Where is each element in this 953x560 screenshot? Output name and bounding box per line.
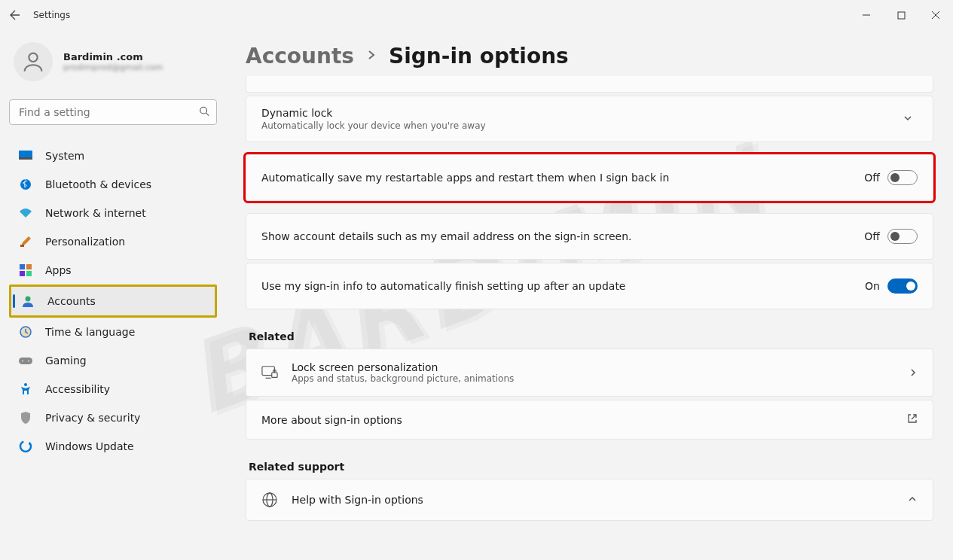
related-title: More about sign-in options bbox=[261, 414, 893, 426]
restartable-apps-setting: Automatically save my restartable apps a… bbox=[246, 154, 933, 201]
support-title: Help with Sign-in options bbox=[292, 494, 893, 506]
sidebar-item-label: System bbox=[45, 150, 84, 162]
svg-rect-11 bbox=[20, 264, 25, 269]
svg-rect-10 bbox=[20, 245, 24, 247]
breadcrumb: Accounts Sign-in options bbox=[246, 44, 933, 68]
close-button[interactable] bbox=[918, 0, 953, 30]
setting-label: Use my sign-in info to automatically fin… bbox=[261, 280, 865, 292]
chevron-up-icon bbox=[907, 493, 918, 507]
avatar bbox=[14, 42, 53, 81]
sidebar-item-label: Apps bbox=[45, 264, 72, 276]
arrow-left-icon bbox=[9, 9, 21, 21]
account-details-setting: Show account details such as my email ad… bbox=[246, 213, 933, 260]
svg-rect-18 bbox=[19, 358, 32, 364]
sidebar-item-apps[interactable]: Apps bbox=[9, 256, 217, 285]
support-heading: Related support bbox=[249, 461, 933, 473]
accessibility-icon bbox=[18, 382, 33, 397]
chevron-right-icon bbox=[366, 49, 377, 63]
chevron-down-icon bbox=[898, 112, 918, 126]
svg-point-22 bbox=[20, 441, 31, 452]
dynamic-lock-title: Dynamic lock bbox=[261, 107, 898, 119]
lock-screen-link[interactable]: Lock screen personalization Apps and sta… bbox=[246, 348, 933, 397]
dynamic-lock-desc: Automatically lock your device when you'… bbox=[261, 120, 898, 131]
toggle-state-text: On bbox=[865, 280, 880, 292]
sidebar-item-time[interactable]: Time & language bbox=[9, 318, 217, 346]
user-name: Bardimin .com bbox=[63, 51, 163, 62]
user-block[interactable]: Bardimin .com prodimprod@gmail.com bbox=[9, 30, 217, 99]
breadcrumb-current: Sign-in options bbox=[389, 44, 569, 68]
title-bar: Settings bbox=[0, 0, 953, 30]
sidebar-item-label: Accessibility bbox=[45, 383, 110, 395]
back-button[interactable] bbox=[0, 0, 30, 30]
sidebar-item-accounts[interactable]: Accounts bbox=[11, 287, 215, 315]
update-signin-setting: Use my sign-in info to automatically fin… bbox=[246, 263, 933, 309]
content-area: Accounts Sign-in options Dynamic lock Au… bbox=[226, 30, 953, 560]
dynamic-lock-expander[interactable]: Dynamic lock Automatically lock your dev… bbox=[246, 96, 933, 142]
toggle-state-text: Off bbox=[864, 172, 880, 184]
brush-icon bbox=[18, 234, 33, 249]
svg-rect-13 bbox=[20, 271, 25, 276]
sidebar-item-label: Privacy & security bbox=[45, 412, 140, 424]
svg-point-15 bbox=[26, 297, 31, 302]
svg-rect-12 bbox=[26, 264, 32, 269]
related-title: Lock screen personalization bbox=[292, 361, 895, 373]
maximize-icon bbox=[897, 11, 906, 20]
svg-point-19 bbox=[22, 361, 23, 362]
svg-point-4 bbox=[29, 53, 37, 62]
gamepad-icon bbox=[18, 353, 33, 368]
clock-icon bbox=[18, 324, 33, 339]
shield-icon bbox=[18, 410, 33, 425]
sidebar-item-personalization[interactable]: Personalization bbox=[9, 227, 217, 256]
svg-point-9 bbox=[20, 179, 31, 190]
svg-point-21 bbox=[24, 383, 27, 386]
user-email: prodimprod@gmail.com bbox=[63, 62, 163, 72]
app-title: Settings bbox=[33, 10, 70, 20]
sidebar-item-privacy[interactable]: Privacy & security bbox=[9, 403, 217, 432]
bluetooth-icon bbox=[18, 177, 33, 192]
sidebar-item-label: Personalization bbox=[45, 236, 125, 248]
system-icon bbox=[18, 148, 33, 163]
sidebar-item-bluetooth[interactable]: Bluetooth & devices bbox=[9, 170, 217, 199]
account-details-toggle[interactable] bbox=[887, 229, 918, 244]
svg-rect-1 bbox=[898, 12, 905, 19]
svg-rect-8 bbox=[19, 157, 32, 160]
sidebar-item-accessibility[interactable]: Accessibility bbox=[9, 375, 217, 403]
svg-rect-14 bbox=[26, 271, 32, 276]
chevron-right-icon bbox=[909, 366, 918, 380]
minimize-button[interactable] bbox=[849, 0, 884, 30]
globe-icon bbox=[261, 492, 278, 508]
help-signin-expander[interactable]: Help with Sign-in options bbox=[246, 479, 933, 521]
maximize-button[interactable] bbox=[884, 0, 918, 30]
svg-point-20 bbox=[28, 361, 29, 362]
sidebar-item-label: Windows Update bbox=[45, 440, 134, 452]
sidebar-nav: System Bluetooth & devices Network & int… bbox=[9, 142, 217, 461]
sidebar-item-label: Accounts bbox=[47, 295, 96, 307]
partial-card[interactable] bbox=[246, 76, 933, 93]
search-icon bbox=[199, 106, 209, 119]
related-desc: Apps and status, background picture, ani… bbox=[292, 373, 895, 384]
sidebar-item-system[interactable]: System bbox=[9, 142, 217, 170]
svg-point-5 bbox=[200, 107, 207, 114]
related-heading: Related bbox=[249, 330, 933, 342]
sidebar-item-update[interactable]: Windows Update bbox=[9, 432, 217, 461]
toggle-state-text: Off bbox=[864, 230, 880, 242]
update-signin-toggle[interactable] bbox=[887, 278, 918, 294]
more-signin-link[interactable]: More about sign-in options bbox=[246, 400, 933, 440]
svg-line-6 bbox=[206, 113, 209, 116]
person-icon bbox=[20, 49, 46, 75]
sidebar-item-gaming[interactable]: Gaming bbox=[9, 346, 217, 375]
sidebar-item-label: Bluetooth & devices bbox=[45, 178, 151, 190]
sidebar-item-label: Gaming bbox=[45, 355, 87, 367]
update-icon bbox=[18, 439, 33, 454]
sidebar-item-label: Time & language bbox=[45, 326, 135, 338]
external-link-icon bbox=[907, 412, 918, 427]
sidebar-item-network[interactable]: Network & internet bbox=[9, 199, 217, 227]
breadcrumb-parent[interactable]: Accounts bbox=[246, 44, 354, 68]
apps-icon bbox=[18, 263, 33, 278]
restartable-apps-toggle[interactable] bbox=[887, 170, 918, 185]
monitor-lock-icon bbox=[261, 365, 278, 380]
setting-label: Automatically save my restartable apps a… bbox=[261, 172, 864, 184]
minimize-icon bbox=[862, 11, 871, 20]
accounts-icon bbox=[20, 294, 35, 309]
search-input[interactable] bbox=[9, 99, 217, 125]
